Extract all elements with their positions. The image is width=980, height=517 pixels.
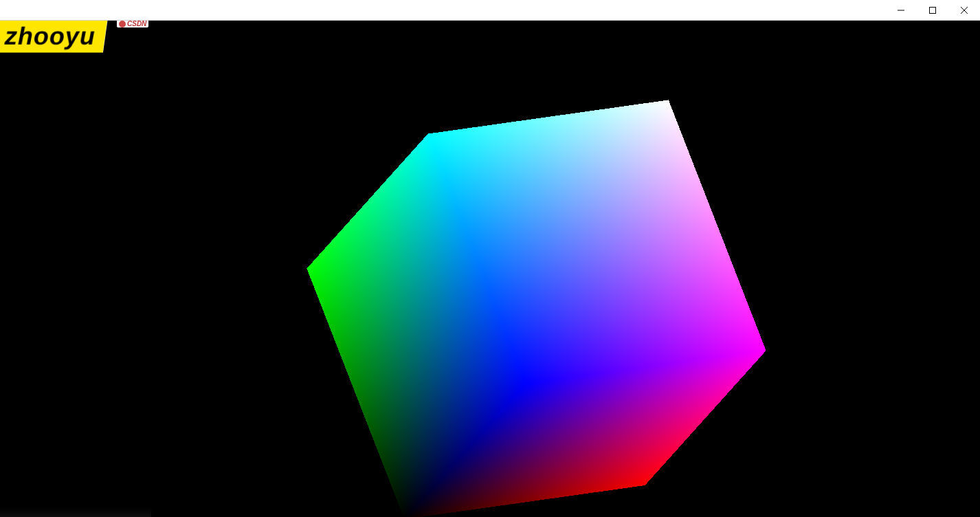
- csdn-text: CSDN: [127, 21, 146, 28]
- cube-canvas: [0, 21, 980, 517]
- minimize-icon: [898, 7, 904, 14]
- watermark-badge: zhooyu: [0, 21, 107, 52]
- window-titlebar: [0, 0, 980, 21]
- svg-rect-0: [930, 7, 936, 13]
- close-button[interactable]: [948, 0, 980, 20]
- csdn-face-icon: [119, 21, 126, 28]
- render-viewport[interactable]: zhooyu CSDN: [0, 21, 980, 517]
- watermark-text: zhooyu: [5, 22, 96, 51]
- maximize-icon: [929, 7, 936, 14]
- csdn-badge: CSDN: [117, 21, 148, 28]
- maximize-button[interactable]: [917, 0, 948, 20]
- taskbar-shadow: [0, 507, 151, 517]
- close-icon: [961, 7, 968, 14]
- minimize-button[interactable]: [885, 0, 917, 20]
